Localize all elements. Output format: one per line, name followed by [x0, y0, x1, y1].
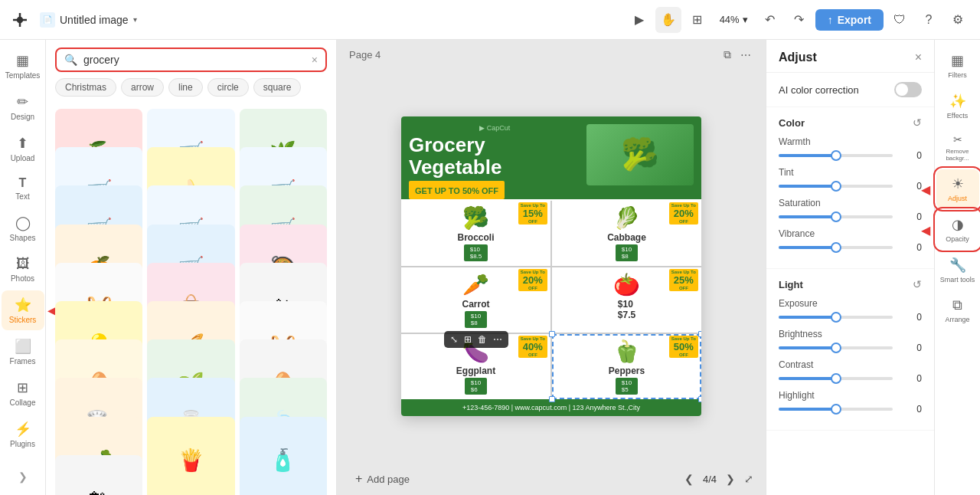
logo-icon[interactable]: [9, 9, 31, 31]
contrast-track[interactable]: [779, 377, 893, 380]
search-clear-icon[interactable]: ×: [312, 54, 318, 66]
adjust-icon: ☀: [952, 175, 964, 192]
saturation-track[interactable]: [779, 215, 893, 218]
tag-line[interactable]: line: [168, 78, 203, 97]
sidebar-item-plugins[interactable]: ⚡ Plugins: [2, 415, 44, 454]
broccoli-price: $10$8.5: [464, 244, 488, 261]
saturation-thumb[interactable]: [831, 211, 841, 222]
right-item-filters[interactable]: ▦ Filters: [936, 46, 979, 85]
panel-tags: Christmas arrow line circle square: [46, 78, 336, 103]
tag-square[interactable]: square: [253, 78, 302, 97]
exposure-track[interactable]: [779, 316, 893, 319]
sel-delete-btn[interactable]: 🗑: [475, 333, 489, 346]
sidebar-item-templates[interactable]: ▦ Templates: [2, 46, 44, 86]
adjust-close-button[interactable]: ×: [915, 51, 922, 64]
prev-page-button[interactable]: ❮: [681, 470, 697, 488]
right-item-smart-tools[interactable]: 🔧 Smart tools: [936, 251, 979, 290]
exposure-fill: [779, 316, 836, 319]
sidebar-item-design[interactable]: ✏ Design: [2, 87, 44, 127]
sel-resize-btn[interactable]: ⤡: [448, 333, 460, 346]
light-reset-button[interactable]: ↺: [913, 278, 922, 290]
tag-circle[interactable]: circle: [207, 78, 249, 97]
arrange-label: Arrange: [945, 316, 969, 323]
redo-button[interactable]: ↷: [786, 7, 812, 33]
settings-button[interactable]: ⚙: [945, 7, 971, 33]
tag-arrow[interactable]: arrow: [121, 78, 164, 97]
contrast-label: Contrast: [779, 359, 922, 370]
warmth-label: Warmth: [779, 136, 922, 147]
zoom-button[interactable]: 44% ▾: [714, 7, 754, 33]
canvas-footer: + Add page ❮ 4/4 ❯ ⤢: [337, 463, 766, 495]
contrast-thumb[interactable]: [831, 373, 841, 384]
tint-track[interactable]: [779, 185, 893, 188]
sel-more-btn[interactable]: ⋯: [491, 333, 505, 346]
exposure-thumb[interactable]: [831, 312, 841, 323]
sidebar-item-stickers[interactable]: ⭐ Stickers ◀: [2, 290, 44, 330]
expand-button[interactable]: ⤢: [744, 473, 753, 485]
play-button[interactable]: ▶: [626, 7, 652, 33]
sticker-grid: 🍒🛒🌿🛒🍌🛒🛒🛒🛒🍊🛒🥘🧺👜🛍💡🥖🧺🥚🌱🥚👨‍🍳🥛🍃🥕🍟🧴🛍: [46, 103, 336, 495]
poster-logo: CapCut: [487, 124, 511, 132]
sel-copy-btn[interactable]: ⊞: [462, 333, 474, 346]
hand-tool-button[interactable]: ✋: [655, 7, 681, 33]
next-page-button[interactable]: ❯: [723, 470, 738, 488]
right-item-adjust[interactable]: ☀ Adjust ◀: [936, 169, 979, 208]
sidebar-item-photos[interactable]: 🖼 Photos: [2, 250, 44, 289]
exposure-value: 0: [899, 312, 922, 323]
light-section-header: Light ↺: [779, 278, 922, 290]
adjust-panel: Adjust × AI color correction Color ↺ War…: [766, 40, 934, 495]
sidebar-item-shapes[interactable]: ◯ Shapes: [2, 208, 44, 248]
carrot-emoji: 🥕: [462, 272, 489, 297]
warmth-thumb[interactable]: [831, 150, 841, 161]
left-sidebar: ▦ Templates ✏ Design ⬆ Upload T Text ◯ S…: [0, 40, 46, 495]
color-reset-button[interactable]: ↺: [913, 116, 922, 129]
right-item-effects[interactable]: ✨ Effects: [936, 87, 979, 126]
adjust-label: Adjust: [948, 195, 967, 202]
export-button[interactable]: ↑ Export: [815, 9, 884, 31]
canvas-header: Page 4 ⧉ ⋯: [337, 40, 766, 70]
ai-row: AI color correction: [779, 82, 922, 97]
vibrance-slider-row: Vibrance 0: [779, 228, 922, 253]
tag-christmas[interactable]: Christmas: [55, 78, 116, 97]
brightness-label: Brightness: [779, 329, 922, 339]
sticker-item-27[interactable]: 🧴: [240, 417, 327, 495]
ai-toggle[interactable]: [894, 82, 922, 97]
sidebar-item-label: Plugins: [10, 440, 35, 448]
highlight-track[interactable]: [779, 408, 893, 411]
vibrance-track[interactable]: [779, 246, 893, 249]
vibrance-thumb[interactable]: [831, 242, 841, 253]
shield-button[interactable]: 🛡: [887, 7, 913, 33]
shield-icon: 🛡: [893, 13, 906, 27]
page-copy-button[interactable]: ⧉: [721, 46, 733, 64]
brightness-thumb[interactable]: [831, 343, 841, 353]
cabbage-emoji: 🥬: [613, 205, 640, 231]
main-layout: ▦ Templates ✏ Design ⬆ Upload T Text ◯ S…: [0, 40, 980, 495]
search-input[interactable]: [83, 54, 305, 66]
topbar-file[interactable]: 📄 Untitled image ▾: [40, 12, 137, 28]
brightness-track[interactable]: [779, 346, 893, 349]
warmth-track[interactable]: [779, 154, 893, 157]
help-button[interactable]: ?: [916, 7, 942, 33]
tint-value: 0: [899, 181, 922, 192]
right-item-opacity[interactable]: ◑ Opacity ◀: [936, 210, 979, 249]
right-item-remove-bg[interactable]: ✂ Remove backgr...: [936, 127, 979, 168]
sidebar-item-collage[interactable]: ⊞ Collage: [2, 373, 44, 413]
tint-thumb[interactable]: [831, 181, 841, 192]
canvas-area: Page 4 ⧉ ⋯ ▶ CapCut: [337, 40, 766, 495]
sticker-item-28[interactable]: 🛍: [55, 455, 142, 495]
layout-button[interactable]: ⊞: [684, 7, 710, 33]
right-item-arrange[interactable]: ⧉ Arrange: [936, 291, 979, 329]
canvas-actions: ⧉ ⋯: [721, 46, 753, 64]
sticker-item-26[interactable]: 🍟: [147, 417, 234, 495]
sidebar-item-upload[interactable]: ⬆ Upload: [2, 129, 44, 169]
highlight-thumb[interactable]: [831, 404, 841, 415]
sidebar-collapse-button[interactable]: ❯: [12, 464, 34, 489]
undo-button[interactable]: ↶: [757, 7, 783, 33]
arrange-icon: ⧉: [952, 297, 962, 313]
sidebar-item-frames[interactable]: ⬜ Frames: [2, 332, 44, 372]
highlight-value: 0: [899, 404, 922, 415]
add-page-button[interactable]: + Add page: [349, 469, 416, 489]
canvas-body[interactable]: ▶ CapCut Grocery Vegetable GET UP TO 50%…: [337, 70, 766, 463]
page-more-button[interactable]: ⋯: [738, 46, 753, 64]
sidebar-item-text[interactable]: T Text: [2, 170, 44, 207]
